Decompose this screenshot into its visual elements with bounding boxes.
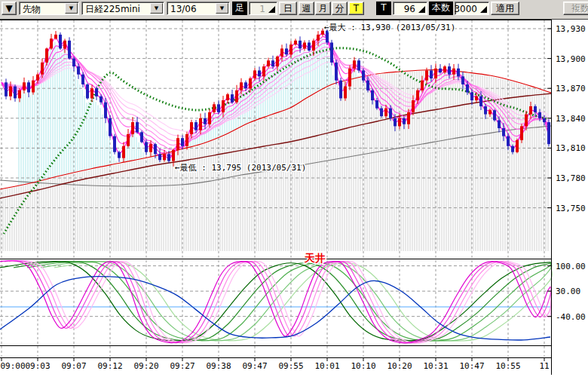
apply-button[interactable]: 適用 <box>491 2 519 15</box>
price-axis-label: 13,750 <box>556 204 586 213</box>
symbol-combobox[interactable]: 日経225mini ▼ <box>81 2 164 15</box>
tick-count-spinner[interactable]: 96 <box>393 2 427 15</box>
price-axis-label: 13,930 <box>556 24 586 34</box>
bars-count-value: 3000 <box>454 3 477 15</box>
tick-label: T <box>376 2 391 15</box>
chevron-down-icon[interactable]: ▼ <box>216 3 228 14</box>
toolbar: ▼ 先物 ▼ 日経225mini ▼ 13/06 ▼ 足 1 日 週 月 分 T… <box>0 0 588 20</box>
time-axis-label: 10:20 <box>387 361 412 371</box>
spinner-triangle-icon[interactable] <box>480 6 487 13</box>
contract-month-combobox[interactable]: 13/06 ▼ <box>167 2 230 15</box>
spinner-triangle-icon[interactable] <box>268 6 275 13</box>
time-axis-label: 10:31 <box>423 361 448 371</box>
ashi-label: 足 <box>232 2 247 15</box>
period-tick-button[interactable]: T <box>348 2 364 15</box>
time-axis-label: 10:01 <box>314 361 339 371</box>
tick-count-value: 96 <box>404 3 415 15</box>
time-axis-label: 09:03 <box>25 361 50 371</box>
period-day-button[interactable]: 日 <box>279 2 297 15</box>
toolbar-collapse-button[interactable]: ▼ <box>2 2 17 15</box>
instrument-type-value: 先物 <box>23 3 41 15</box>
period-month-button[interactable]: 月 <box>315 2 331 15</box>
time-axis-label: 09:12 <box>97 361 122 371</box>
instrument-type-combobox[interactable]: 先物 ▼ <box>19 2 79 15</box>
price-axis-label: 13,840 <box>556 114 586 124</box>
price-axis-label: 13,780 <box>556 173 586 183</box>
period-week-button[interactable]: 週 <box>299 2 314 15</box>
bars-label: 本数 <box>429 2 453 15</box>
time-axis-label: 10:47 <box>459 361 484 371</box>
oscillator-axis-label: 30.00 <box>556 287 580 296</box>
time-axis-label: 10:10 <box>351 361 375 371</box>
min-annotation: ←最低 : 13,795 (2013/05/31) <box>175 163 306 173</box>
time-axis-label: 10:55 <box>495 361 520 371</box>
time-axis-label: 09:27 <box>170 361 194 371</box>
time-axis-label: 11 <box>539 361 549 371</box>
ceiling-annotation: 天井 <box>304 252 326 264</box>
contract-month-value: 13/06 <box>170 3 197 15</box>
multi-symbol-button[interactable]: 複数銘柄 <box>563 2 588 15</box>
time-axis-label: 09:38 <box>206 361 231 371</box>
price-axis-label: 13,810 <box>556 143 586 153</box>
time-axis-label: 09:07 <box>61 361 86 371</box>
spinner-triangle-icon[interactable] <box>418 6 425 13</box>
bars-count-spinner[interactable]: 3000 <box>455 2 489 15</box>
price-axis-label: 13,870 <box>556 84 586 93</box>
time-axis-label: 09:00 <box>0 361 25 371</box>
price-axis-label: 13,900 <box>556 54 586 64</box>
time-axis-label: 09:47 <box>242 361 267 371</box>
period-minute-button[interactable]: 分 <box>332 2 348 15</box>
interval-value: 1 <box>259 3 265 15</box>
oscillator-axis-label: -40.00 <box>556 312 586 322</box>
oscillator-axis-label: 100.00 <box>556 262 586 271</box>
chevron-down-icon[interactable]: ▼ <box>65 3 78 14</box>
time-axis-label: 09:20 <box>133 361 158 371</box>
max-annotation: ←最大 : 13,930 (2013/05/31) <box>324 23 455 32</box>
chevron-down-icon[interactable]: ▼ <box>150 3 163 14</box>
interval-spinner[interactable]: 1 <box>249 2 277 15</box>
chart-area[interactable]: 13,93013,90013,87013,84013,81013,78013,7… <box>0 19 588 377</box>
chart-container: 13,93013,90013,87013,84013,81013,78013,7… <box>0 19 588 377</box>
oscillator-layer <box>0 260 552 342</box>
time-axis-label: 09:55 <box>278 361 303 371</box>
symbol-value: 日経225mini <box>85 3 140 15</box>
